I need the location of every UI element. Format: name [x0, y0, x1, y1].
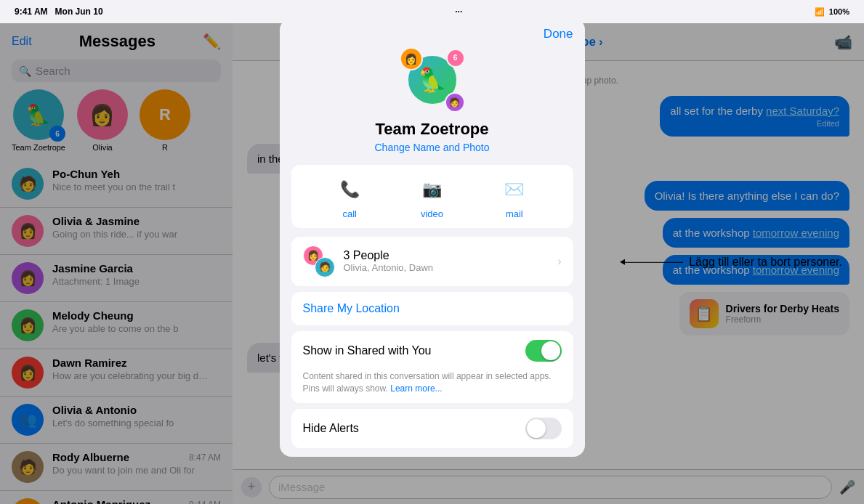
- video-icon: 📷: [416, 174, 448, 206]
- toggle-knob: [527, 419, 546, 438]
- group-badge-count: 6: [446, 49, 465, 68]
- person-avatar-b: 🧑: [315, 257, 335, 277]
- hide-alerts-row: Hide Alerts: [291, 409, 573, 448]
- status-time: 9:41 AM Mon Jun 10: [15, 7, 103, 17]
- hide-alerts-toggle[interactable]: [525, 418, 562, 439]
- share-location-label: Share My Location: [303, 302, 400, 314]
- annotation-line: [625, 261, 683, 262]
- people-count: 3 People: [344, 249, 549, 262]
- date-display: Mon Jun 10: [55, 7, 103, 17]
- toggle-knob: [541, 341, 560, 360]
- wifi-icon: 📶: [815, 7, 825, 17]
- change-name-photo-link[interactable]: Change Name and Photo: [375, 142, 490, 153]
- people-section: 👩 🧑 3 People Olivia, Antonio, Dawn ›: [291, 237, 573, 286]
- ipad-frame: 9:41 AM Mon Jun 10 ··· 📶 100% Edit Messa…: [0, 0, 864, 504]
- mail-action-button[interactable]: ✉️ mail: [473, 174, 555, 219]
- hide-alerts-section: Hide Alerts: [291, 409, 573, 448]
- modal-overlay: Done 🦜 👩 🧑 6 Team Zoetrope Change Name a…: [0, 0, 864, 504]
- modal-action-buttons: 📞 call 📷 video ✉️ mail: [291, 165, 573, 228]
- battery-icon: 100%: [829, 7, 849, 16]
- show-shared-label: Show in Shared with You: [303, 344, 432, 357]
- group-info-modal: Done 🦜 👩 🧑 6 Team Zoetrope Change Name a…: [280, 18, 585, 458]
- video-label: video: [421, 208, 443, 219]
- learn-more-link[interactable]: Learn more...: [390, 383, 442, 394]
- share-location-row[interactable]: Share My Location: [291, 292, 573, 325]
- call-action-button[interactable]: 📞 call: [309, 174, 391, 219]
- annotation-arrowhead: [620, 259, 625, 264]
- modal-group-name: Team Zoetrope: [375, 120, 488, 139]
- video-action-button[interactable]: 📷 video: [391, 174, 473, 219]
- group-info-section: 🦜 👩 🧑 6 Team Zoetrope Change Name and Ph…: [280, 41, 585, 165]
- group-sub-avatar: 🧑: [445, 92, 465, 113]
- mail-label: mail: [506, 208, 523, 219]
- status-icons: 📶 100%: [815, 7, 849, 17]
- call-icon: 📞: [334, 174, 366, 206]
- toggle-description: Content shared in this conversation will…: [291, 370, 573, 404]
- status-bar: 9:41 AM Mon Jun 10 ··· 📶 100%: [0, 0, 864, 23]
- chevron-right-icon: ›: [557, 255, 561, 268]
- hide-alerts-label: Hide Alerts: [303, 422, 359, 435]
- done-button[interactable]: Done: [544, 27, 573, 41]
- mail-icon: ✉️: [498, 174, 530, 206]
- call-label: call: [342, 208, 357, 219]
- group-avatar-container: 🦜 👩 🧑 6: [400, 47, 465, 113]
- people-names: Olivia, Antonio, Dawn: [344, 262, 549, 273]
- shared-with-you-section: Show in Shared with You Content shared i…: [291, 331, 573, 404]
- share-location-section: Share My Location: [291, 292, 573, 325]
- show-shared-toggle-row: Show in Shared with You: [291, 331, 573, 370]
- group-sub-avatar: 👩: [400, 47, 423, 70]
- annotation-text: Lägg till eller ta bort personer.: [689, 254, 842, 270]
- time-display: 9:41 AM: [15, 7, 48, 17]
- show-shared-toggle[interactable]: [525, 340, 562, 362]
- status-dots: ···: [455, 7, 462, 17]
- people-row[interactable]: 👩 🧑 3 People Olivia, Antonio, Dawn ›: [291, 237, 573, 286]
- people-avatars: 👩 🧑: [303, 245, 335, 277]
- annotation-container: Lägg till eller ta bort personer.: [625, 254, 842, 270]
